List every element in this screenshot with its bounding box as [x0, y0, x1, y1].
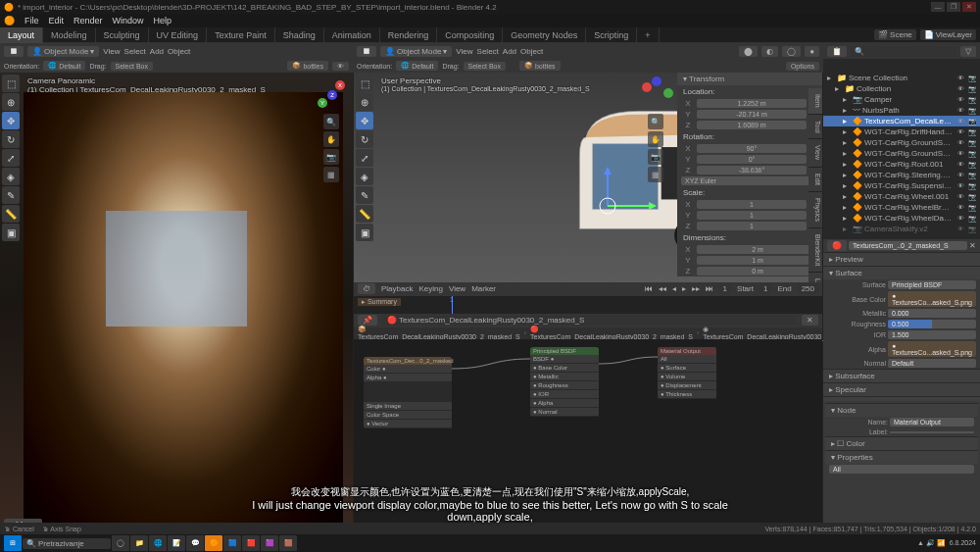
normal-input[interactable]: Default [888, 359, 976, 368]
render-icon[interactable]: 📷 [968, 107, 978, 115]
hdr-add[interactable]: Add [503, 47, 516, 56]
tool-select[interactable]: ⬚ [356, 75, 373, 92]
task-app[interactable]: 🟫 [279, 535, 297, 551]
outliner-item[interactable]: ▸🔶WGT-CarRig.Steering.001👁📷 [823, 170, 980, 180]
material-name[interactable]: TexturesCom_..0_2_masked_S [849, 241, 967, 250]
tab-sculpting[interactable]: Sculpting [96, 27, 149, 43]
selectbox[interactable]: Select Box [464, 62, 506, 71]
material-name-field[interactable]: 🔴 TexturesCom_DecalLeakingRusty0030_2_ma… [383, 315, 796, 326]
unlink-icon[interactable]: ✕ [969, 241, 976, 250]
dim-y[interactable]: 1 m [697, 256, 818, 265]
outliner-item[interactable]: ▸📷Camper👁📷 [823, 94, 980, 105]
render-icon[interactable]: 📷 [968, 118, 978, 125]
rot-x-input[interactable]: 90° [697, 144, 807, 153]
transform-header[interactable]: ▾ Transform [677, 73, 822, 85]
bsdf-node[interactable]: Principled BSDF BSDF ● ● Base Color ● Me… [530, 347, 599, 417]
vtab-tool[interactable]: Tool [808, 115, 822, 140]
bottles-collection[interactable]: 📦 bottles [519, 61, 561, 71]
menu-render[interactable]: Render [74, 16, 103, 25]
bottles-collection[interactable]: 📦 bottles [287, 61, 328, 71]
sec-specular[interactable]: ▸ Specular [823, 382, 980, 396]
play-icon[interactable]: ▸ [682, 284, 686, 293]
shading-wire[interactable]: ◯ [782, 46, 801, 57]
tool-measure[interactable]: 📏 [356, 205, 373, 223]
tree-toggle-icon[interactable]: ▸ [843, 203, 851, 212]
eye-icon[interactable]: 👁 [957, 161, 967, 169]
tree-toggle-icon[interactable]: ▸ [843, 106, 851, 115]
mode-select[interactable]: 👤 Object Mode ▾ [27, 46, 99, 57]
editor-type-button[interactable]: 🔲 [4, 46, 24, 57]
tool-addcube[interactable]: ▣ [356, 224, 373, 241]
shading-mat[interactable]: ◐ [761, 46, 778, 57]
vtab-bkit[interactable]: BlenderKit [808, 228, 822, 273]
render-icon[interactable]: 📷 [968, 96, 978, 104]
tool-rotate[interactable]: ↻ [2, 130, 20, 148]
menu-window[interactable]: Window [113, 16, 144, 25]
tree-toggle-icon[interactable]: ▸ [843, 192, 851, 201]
outliner-item[interactable]: ▸🔶WGT-CarRig.Wheel.001👁📷 [823, 191, 980, 202]
menu-help[interactable]: Help [154, 16, 172, 25]
tab-comp[interactable]: Compositing [437, 27, 503, 43]
outliner-search[interactable]: 🔍 [851, 46, 956, 57]
outliner-filter[interactable]: ▽ [960, 46, 976, 57]
tab-geo[interactable]: Geometry Nodes [503, 27, 586, 43]
render-icon[interactable]: 📷 [968, 139, 978, 147]
tree-toggle-icon[interactable]: ▸ [843, 160, 851, 169]
pan-icon[interactable]: ✋ [323, 131, 339, 147]
scale-x-input[interactable]: 1 [697, 200, 807, 209]
tl-marker[interactable]: Marker [471, 284, 496, 293]
tab-uv[interactable]: UV Editing [149, 27, 208, 43]
minimize-button[interactable]: — [931, 2, 945, 12]
outliner-item[interactable]: ▸📷CameraShakify.v2👁📷 [823, 224, 980, 234]
outliner-item[interactable]: ▸🔶WGT-CarRig.DriftHandle.001👁📷 [823, 126, 980, 137]
mode-select[interactable]: 👤 Object Mode ▾ [380, 46, 452, 57]
task-explorer[interactable]: 📁 [130, 535, 148, 551]
render-icon[interactable]: 📷 [968, 204, 978, 212]
tool-scale[interactable]: ⤢ [356, 149, 373, 167]
tool-annotate[interactable]: ✎ [356, 186, 373, 204]
eye-icon[interactable]: 👁 [957, 172, 967, 179]
current-frame[interactable]: 1 [719, 283, 731, 294]
sec-subsurface[interactable]: ▸ Subsurface [823, 369, 980, 382]
tab-render[interactable]: Rendering [380, 27, 438, 43]
tool-transform[interactable]: ◈ [356, 168, 373, 185]
tray-icons[interactable]: ▲ 🔊 📶 [917, 539, 946, 547]
start-button[interactable]: ⊞ [4, 535, 22, 551]
shading-render[interactable]: ● [805, 46, 819, 57]
eye-icon[interactable]: 👁 [957, 118, 967, 125]
jump-end-icon[interactable]: ⏭ [706, 284, 713, 293]
task-notes[interactable]: 📝 [168, 535, 185, 551]
tool-measure[interactable]: 📏 [2, 205, 20, 223]
tab-layout[interactable]: Layout [0, 27, 43, 43]
vtab-view[interactable]: View [808, 139, 822, 167]
timeline-track[interactable]: ▸ Summary 1 [354, 296, 822, 314]
shading-solid[interactable]: ⬤ [739, 46, 758, 57]
node-label-input[interactable] [890, 431, 974, 433]
tab-texpaint[interactable]: Texture Paint [207, 27, 275, 43]
outliner-item[interactable]: ▸🔶WGT-CarRig.WheelBrake.001👁📷 [823, 202, 980, 213]
vtab-lens[interactable]: Lens Flares [808, 273, 822, 282]
camera-icon[interactable]: 📷 [323, 149, 339, 165]
render-icon[interactable]: 📷 [968, 85, 978, 93]
tree-toggle-icon[interactable]: ▸ [843, 225, 851, 233]
nside-props[interactable]: ▾ Properties [825, 450, 978, 464]
pan-icon[interactable]: ✋ [648, 131, 663, 147]
editor-type-button[interactable]: 🔲 [357, 46, 376, 57]
rot-y-input[interactable]: 0° [697, 155, 807, 164]
tree-toggle-icon[interactable]: ▸ [843, 214, 851, 223]
task-chat[interactable]: 💬 [186, 535, 204, 551]
outliner-item[interactable]: ▸🔶WGT-CarRig.WheelDamper.001👁📷 [823, 213, 980, 224]
tl-view[interactable]: View [449, 284, 466, 293]
tree-toggle-icon[interactable]: ▸ [843, 149, 851, 158]
tl-playback[interactable]: Playback [381, 284, 413, 293]
tab-shading[interactable]: Shading [275, 27, 324, 43]
selectbox[interactable]: Select Box [111, 62, 153, 71]
alpha-input[interactable]: ● TexturesCo...asked_S.png [888, 341, 976, 357]
unlink-icon[interactable]: ✕ [802, 315, 818, 326]
tool-move[interactable]: ✥ [356, 112, 373, 129]
right-viewport[interactable]: ⬚ ⊕ ✥ ↻ ⤢ ◈ ✎ 📏 ▣ User Perspective (1) C… [354, 73, 822, 282]
scale-y-input[interactable]: 1 [697, 211, 807, 220]
preview-section[interactable]: ▸ Preview [823, 252, 980, 266]
render-icon[interactable]: 📷 [968, 161, 978, 169]
render-icon[interactable]: 📷 [968, 226, 978, 233]
